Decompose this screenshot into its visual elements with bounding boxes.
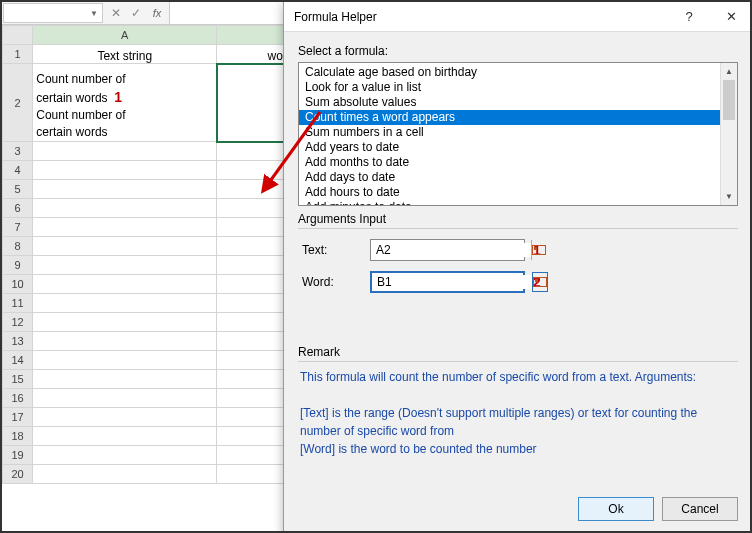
cell[interactable] [33, 389, 217, 408]
cell[interactable] [33, 370, 217, 389]
row-header[interactable]: 7 [3, 218, 33, 237]
remark-text: This formula will count the number of sp… [298, 362, 738, 464]
cell[interactable] [33, 294, 217, 313]
formula-list-items[interactable]: Calculate age based on birthdayLook for … [299, 63, 720, 205]
cell[interactable] [33, 180, 217, 199]
scroll-track[interactable] [721, 80, 737, 188]
arg-text-input[interactable] [371, 243, 531, 257]
arg-word-label: Word: [298, 275, 370, 289]
scroll-thumb[interactable] [723, 80, 735, 120]
cell[interactable]: Count number ofcertain words 1Count numb… [33, 64, 217, 142]
arg-text-label: Text: [298, 243, 370, 257]
dialog-titlebar: Formula Helper ? ✕ [284, 2, 752, 32]
row-header[interactable]: 4 [3, 161, 33, 180]
cell[interactable] [33, 142, 217, 161]
ok-button[interactable]: Ok [578, 497, 654, 521]
formula-list-item[interactable]: Look for a value in list [299, 80, 720, 95]
arguments-title: Arguments Input [298, 212, 738, 229]
help-button[interactable]: ? [668, 2, 710, 32]
cell[interactable] [33, 218, 217, 237]
cell[interactable] [33, 427, 217, 446]
formula-helper-dialog: Formula Helper ? ✕ Select a formula: Cal… [283, 1, 752, 533]
cell[interactable] [33, 332, 217, 351]
select-formula-label: Select a formula: [298, 44, 738, 58]
name-box[interactable]: ▼ [3, 3, 103, 23]
arg-text-input-wrap [370, 239, 525, 261]
cell[interactable] [33, 275, 217, 294]
cell[interactable] [33, 313, 217, 332]
row-header[interactable]: 6 [3, 199, 33, 218]
accept-formula-icon[interactable]: ✓ [127, 4, 145, 22]
formula-list-item[interactable]: Add days to date [299, 170, 720, 185]
scroll-down-icon[interactable]: ▼ [721, 188, 737, 205]
close-button[interactable]: ✕ [710, 2, 752, 32]
cell[interactable] [33, 408, 217, 427]
row-header[interactable]: 16 [3, 389, 33, 408]
row-header[interactable]: 10 [3, 275, 33, 294]
row-header[interactable]: 1 [3, 45, 33, 64]
cancel-formula-icon[interactable]: ✕ [107, 4, 125, 22]
formula-buttons: ✕ ✓ fx [104, 2, 170, 24]
cancel-button[interactable]: Cancel [662, 497, 738, 521]
row-header[interactable]: 14 [3, 351, 33, 370]
scroll-up-icon[interactable]: ▲ [721, 63, 737, 80]
formula-list-item[interactable]: Sum numbers in a cell [299, 125, 720, 140]
row-header[interactable]: 20 [3, 465, 33, 484]
row-header[interactable]: 18 [3, 427, 33, 446]
formula-list-item[interactable]: Add minutes to date [299, 200, 720, 205]
cell[interactable] [33, 199, 217, 218]
formula-list-item[interactable]: Add months to date [299, 155, 720, 170]
cell[interactable] [33, 351, 217, 370]
row-header[interactable]: 9 [3, 256, 33, 275]
arg-word-input-wrap [370, 271, 525, 293]
row-header[interactable]: 17 [3, 408, 33, 427]
col-header-a[interactable]: A [33, 26, 217, 45]
dialog-buttons: Ok Cancel [578, 497, 738, 521]
row-header[interactable]: 11 [3, 294, 33, 313]
range-selector-icon [532, 245, 546, 255]
arg-row-word: Word: 2 [298, 271, 738, 293]
cell[interactable] [33, 446, 217, 465]
formula-list-item[interactable]: Calculate age based on birthday [299, 65, 720, 80]
cell[interactable] [33, 256, 217, 275]
formula-list-item[interactable]: Add hours to date [299, 185, 720, 200]
dialog-title: Formula Helper [294, 10, 668, 24]
arguments-section: Arguments Input Text: 1 Word: 2 [298, 212, 738, 293]
row-header[interactable]: 12 [3, 313, 33, 332]
cell[interactable] [33, 237, 217, 256]
row-header[interactable]: 19 [3, 446, 33, 465]
dialog-body: Select a formula: Calculate age based on… [284, 32, 752, 474]
cell[interactable] [33, 161, 217, 180]
formula-list: Calculate age based on birthdayLook for … [298, 62, 738, 206]
arg-row-text: Text: 1 [298, 239, 738, 261]
row-header[interactable]: 3 [3, 142, 33, 161]
row-header[interactable]: 5 [3, 180, 33, 199]
formula-list-item[interactable]: Add years to date [299, 140, 720, 155]
cell[interactable] [33, 465, 217, 484]
row-header[interactable]: 15 [3, 370, 33, 389]
select-all-corner[interactable] [3, 26, 33, 45]
arg-word-input[interactable] [372, 275, 532, 289]
formula-list-item[interactable]: Count times a word appears [299, 110, 720, 125]
chevron-down-icon: ▼ [90, 9, 98, 18]
remark-section: Remark This formula will count the numbe… [298, 345, 738, 464]
range-selector-icon [533, 277, 547, 287]
formula-list-scrollbar[interactable]: ▲ ▼ [720, 63, 737, 205]
row-header[interactable]: 8 [3, 237, 33, 256]
cell[interactable]: Text string [33, 45, 217, 64]
row-header[interactable]: 2 [3, 64, 33, 142]
row-header[interactable]: 13 [3, 332, 33, 351]
fx-icon[interactable]: fx [148, 4, 166, 22]
remark-title: Remark [298, 345, 738, 362]
formula-list-item[interactable]: Sum absolute values [299, 95, 720, 110]
